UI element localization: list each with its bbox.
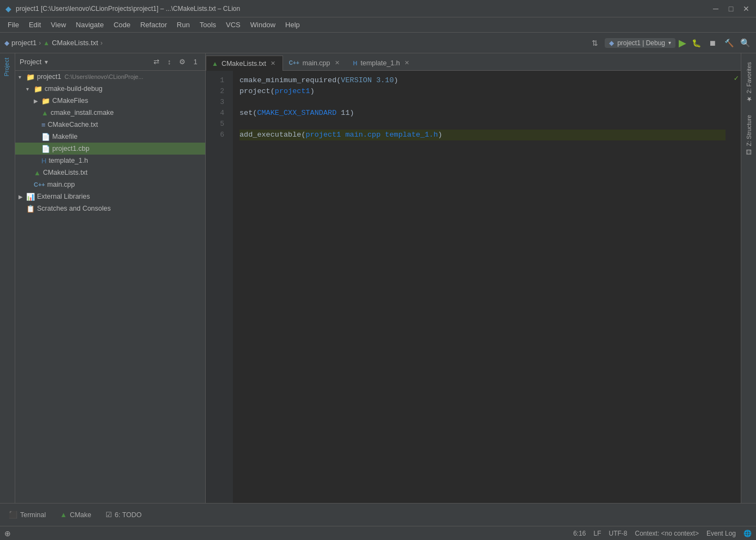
dropdown-arrow: ▾ [45, 58, 48, 66]
run-config-label: project1 | Debug [617, 39, 665, 47]
maximize-button[interactable]: □ [727, 4, 735, 13]
breadcrumb-file[interactable]: CMakeLists.txt [52, 39, 98, 47]
settings-icon[interactable]: ⚙ [177, 57, 188, 68]
encoding[interactable]: UTF-8 [609, 530, 628, 537]
search-icon[interactable]: 🔍 [739, 36, 752, 50]
tree-item-root[interactable]: ▾ 📁 project1 C:\Users\lenovo\CLionProje.… [15, 71, 205, 83]
label-cmakefiles: CMakeFiles [52, 97, 88, 105]
tree-item-cmakecache[interactable]: ≡ CMakeCache.txt [15, 119, 205, 131]
check-mark-icon: ✓ [732, 71, 741, 86]
cursor-position[interactable]: 6:16 [573, 530, 586, 537]
favorites-label: 2: Favorites [746, 62, 752, 93]
code-content[interactable]: cmake_minimum_required(VERSION 3.10) pro… [233, 71, 732, 503]
window-controls: ─ □ ✕ [711, 4, 751, 13]
terminal-label: Terminal [20, 511, 46, 519]
bottom-tab-todo[interactable]: ☑ 6: TODO [100, 508, 147, 521]
cmake-bottom-icon: ▲ [60, 511, 67, 519]
cpp-file-icon: C++ [34, 181, 45, 188]
run-button[interactable]: ▶ [679, 37, 686, 49]
expand-external[interactable]: ▶ [19, 194, 25, 200]
stop-button[interactable]: ⏹ [706, 36, 719, 50]
cmakelists-icon: ▲ [34, 169, 41, 177]
minimize-button[interactable]: ─ [711, 4, 720, 13]
todo-label: 6: TODO [115, 511, 142, 519]
panel-dropdown[interactable]: ▾ [45, 58, 48, 66]
breadcrumb-project[interactable]: project1 [11, 39, 36, 47]
run-config-dropdown[interactable]: ▾ [668, 40, 671, 46]
collapse-all-icon[interactable]: ↕ [164, 57, 175, 68]
external-libs-icon: 📊 [26, 193, 35, 201]
menu-run[interactable]: Run [173, 19, 194, 30]
sync-icon[interactable]: ⇅ [588, 36, 601, 50]
menu-code[interactable]: Code [109, 19, 135, 30]
expand-root[interactable]: ▾ [19, 74, 25, 80]
structure-icon: ⚃ [746, 148, 752, 155]
close-template-tab[interactable]: ✕ [403, 59, 411, 67]
tree-item-external[interactable]: ▶ 📊 External Libraries [15, 191, 205, 202]
tree-item-cmakefiles[interactable]: ▶ 📁 CMakeFiles [15, 95, 205, 107]
menu-edit[interactable]: Edit [24, 19, 45, 30]
menu-view[interactable]: View [46, 19, 70, 30]
tree-item-template-build[interactable]: H template_1.h [15, 155, 205, 167]
menu-help[interactable]: Help [281, 19, 304, 30]
expand-build[interactable]: ▾ [26, 86, 33, 92]
menu-vcs[interactable]: VCS [222, 19, 245, 30]
status-icon[interactable]: ⊕ [4, 529, 11, 538]
menu-window[interactable]: Window [246, 19, 280, 30]
sidebar-item-project[interactable]: Project [0, 53, 15, 81]
code-line-1: cmake_minimum_required(VERSION 3.10) [239, 75, 726, 86]
editor-tabs: ▲ CMakeLists.txt ✕ C++ main.cpp ✕ H temp… [206, 53, 741, 71]
close-button[interactable]: ✕ [742, 4, 751, 13]
tab-cmakelists[interactable]: ▲ CMakeLists.txt ✕ [206, 56, 283, 71]
menu-file[interactable]: File [3, 19, 23, 30]
breadcrumb-sep1: › [39, 39, 41, 47]
debug-button[interactable]: 🐛 [690, 36, 703, 50]
globe-icon[interactable]: 🌐 [743, 530, 752, 537]
label-build: cmake-build-debug [45, 85, 102, 93]
breadcrumb: ◆ project1 › ▲ CMakeLists.txt › [4, 39, 585, 47]
expand-cmakefiles[interactable]: ▶ [34, 98, 40, 104]
main-content: Project Project ▾ ⇄ ↕ ⚙ 1 ▾ 📁 project1 C… [0, 53, 756, 503]
cbp-file-icon: 📄 [41, 145, 50, 153]
menu-tools[interactable]: Tools [195, 19, 220, 30]
line-ending[interactable]: LF [594, 530, 601, 537]
tree-item-cmakelists[interactable]: ▲ CMakeLists.txt [15, 167, 205, 179]
tree-item-makefile[interactable]: 📄 Makefile [15, 131, 205, 143]
status-bar-right: 6:16 LF UTF-8 Context: <no context> Even… [573, 530, 752, 537]
label-template-build: template_1.h [48, 157, 88, 164]
tab-template-label: template_1.h [360, 59, 399, 67]
panel-header-right: ⇄ ↕ ⚙ 1 [151, 57, 201, 68]
tab-main[interactable]: C++ main.cpp ✕ [283, 55, 347, 70]
run-configuration[interactable]: ◆ project1 | Debug ▾ [605, 38, 675, 48]
label-cmakecache: CMakeCache.txt [48, 121, 98, 128]
event-log[interactable]: Event Log [706, 530, 736, 537]
tree-item-cbp[interactable]: 📄 project1.cbp [15, 143, 205, 155]
makefile-icon: 📄 [41, 133, 50, 141]
menu-bar: File Edit View Navigate Code Refactor Ru… [0, 17, 756, 33]
sync-files-icon[interactable]: ⇄ [151, 57, 162, 68]
title-bar: ◆ project1 [C:\Users\lenovo\CLionProject… [0, 0, 756, 17]
tree-item-scratches[interactable]: ▶ 📋 Scratches and Consoles [15, 202, 205, 214]
folder-icon: 📁 [26, 73, 35, 81]
code-editor: 1 2 3 4 5 6 cmake_minimum_required(VERSI… [206, 71, 741, 503]
tab-template[interactable]: H template_1.h ✕ [347, 55, 417, 70]
sidebar-item-structure[interactable]: ⚃ Z: Structure [743, 111, 754, 160]
bottom-tab-cmake[interactable]: ▲ CMake [54, 508, 96, 521]
line-numbers: 1 2 3 4 5 6 [206, 71, 233, 503]
close-panel-icon[interactable]: 1 [190, 57, 201, 68]
menu-navigate[interactable]: Navigate [71, 19, 108, 30]
tree-item-build[interactable]: ▾ 📁 cmake-build-debug [15, 83, 205, 95]
close-cmake-tab[interactable]: ✕ [269, 60, 277, 68]
tree-item-main[interactable]: C++ main.cpp [15, 179, 205, 191]
sidebar-item-favorites[interactable]: ★ 2: Favorites [743, 58, 754, 107]
build-button[interactable]: 🔨 [722, 36, 735, 50]
bottom-panel: ⬛ Terminal ▲ CMake ☑ 6: TODO [0, 503, 756, 526]
cache-file-icon: ≡ [41, 121, 46, 129]
close-main-tab[interactable]: ✕ [334, 59, 341, 67]
breadcrumb-project-icon: ◆ [4, 39, 9, 47]
tree-item-cmake-install[interactable]: ▲ cmake_install.cmake [15, 107, 205, 119]
label-cmake-install: cmake_install.cmake [51, 109, 114, 116]
label-cbp: project1.cbp [52, 145, 89, 152]
bottom-tab-terminal[interactable]: ⬛ Terminal [3, 508, 51, 521]
menu-refactor[interactable]: Refactor [136, 19, 171, 30]
